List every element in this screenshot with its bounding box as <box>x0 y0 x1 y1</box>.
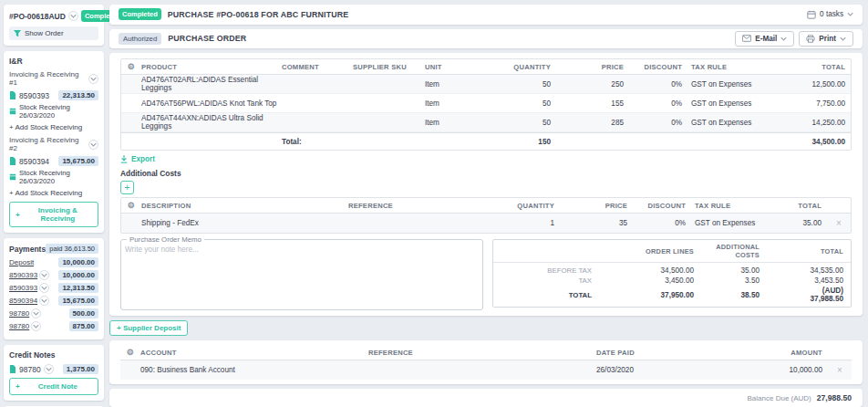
payment-amount: 12,313.50 <box>58 283 98 293</box>
discount-cell: 0% <box>629 80 682 89</box>
stock-receiving-label: Stock Receiving 26/03/2020 <box>19 169 98 185</box>
sidebar: #PO-00618AUD Completed Show Order I&R In… <box>0 0 104 407</box>
print-button[interactable]: Print <box>799 31 853 47</box>
order-number[interactable]: #PO-00618AUD <box>9 12 66 21</box>
payments-card: Payments paid 36,613.50 Deposit 10,000.0… <box>4 238 104 339</box>
table-settings-gear-icon[interactable]: ⚙ <box>121 201 141 210</box>
total-quantity: 150 <box>476 138 556 146</box>
totals-row-total: TOTAL 37,950.00 38.50 (AUD) 37,988.50 <box>493 286 851 307</box>
col-comment: COMMENT <box>282 63 353 71</box>
payment-amount: 10,000.00 <box>58 270 98 280</box>
page-title: PURCHASE #PO-00618 FOR ABC FURNITURE <box>168 10 349 19</box>
remove-row-icon[interactable]: × <box>827 218 851 228</box>
tax-rule-cell: GST on Expenses <box>682 119 782 127</box>
ir-card: I&R Invoicing & Receiving #1 8590393 22,… <box>4 51 104 233</box>
payment-link[interactable]: 8590393 <box>9 284 37 292</box>
add-stock-receiving-link[interactable]: + Add Stock Receiving <box>9 189 98 197</box>
credit-note-link[interactable]: 98780 <box>19 365 41 374</box>
tax-additional: 3.50 <box>694 277 760 285</box>
order-number-dropdown[interactable] <box>68 11 78 21</box>
grand-order-lines: 37,950.00 <box>592 291 694 299</box>
credit-note-dropdown[interactable] <box>44 364 54 374</box>
main-content: Completed PURCHASE #PO-00618 FOR ABC FUR… <box>104 0 868 407</box>
payment-dropdown[interactable] <box>31 308 41 318</box>
printer-icon <box>806 35 815 43</box>
col-amount: AMOUNT <box>742 349 828 357</box>
payment-link[interactable]: 98780 <box>9 309 29 318</box>
memo-input[interactable] <box>125 245 479 302</box>
payment-link[interactable]: 8590393 <box>9 271 37 279</box>
add-supplier-deposit-button[interactable]: + Supplier Deposit <box>109 320 188 336</box>
unit-cell: Item <box>425 80 476 89</box>
before-tax-total: 34,535.00 <box>760 266 843 275</box>
stock-receiving-link[interactable]: Stock Receiving 26/03/2020 <box>9 169 98 185</box>
add-additional-cost-button[interactable]: + <box>120 181 134 194</box>
balance-due-label: Balance Due (AUD) <box>748 394 811 402</box>
balance-due-panel: Balance Due (AUD) 27,988.50 <box>109 389 863 407</box>
remove-row-icon[interactable]: × <box>828 365 852 375</box>
ir-group-collapse[interactable] <box>88 74 98 84</box>
col-product: PRODUCT <box>141 63 282 71</box>
total-cell: 35.00 <box>786 219 827 227</box>
envelope-icon <box>742 35 751 42</box>
col-discount: DISCOUNT <box>633 202 686 210</box>
table-row[interactable]: Shipping - FedEx 1 35 0% GST on Expenses… <box>121 214 851 233</box>
payment-dropdown[interactable] <box>39 270 49 280</box>
invoice-number-link[interactable]: 8590393 <box>19 91 49 100</box>
table-row[interactable]: AD476AT02ARL:ADIDAS Essential Leggings I… <box>121 75 851 94</box>
tasks-button[interactable]: 0 tasks <box>807 10 853 19</box>
invoice-number-link[interactable]: 8590394 <box>19 157 49 166</box>
unit-cell: Item <box>425 119 476 127</box>
total-cell: 12,500.00 <box>782 80 851 89</box>
col-additional-costs: ADDITIONAL COSTS <box>694 243 760 259</box>
totals-panel: ORDER LINES ADDITIONAL COSTS TOTAL BEFOR… <box>492 239 852 308</box>
paid-total-badge: paid 36,613.50 <box>46 244 98 254</box>
ir-title: I&R <box>9 57 98 66</box>
email-button[interactable]: E-Mail <box>735 31 794 47</box>
add-stock-receiving-link[interactable]: + Add Stock Receiving <box>9 123 98 131</box>
add-invoicing-receiving-button[interactable]: + Invoicing & Receiving <box>9 202 98 227</box>
totals-row-tax: TAX 3,450.00 3.50 3,453.50 <box>493 276 851 286</box>
table-settings-gear-icon[interactable]: ⚙ <box>120 348 140 357</box>
col-price: PRICE <box>556 63 629 71</box>
payment-row: Deposit 10,000.00 <box>9 257 98 267</box>
payment-link[interactable]: 8590394 <box>9 297 37 305</box>
download-icon <box>120 155 128 163</box>
total-label: Total: <box>282 138 353 146</box>
payment-dropdown[interactable] <box>39 296 49 306</box>
payment-link[interactable]: Deposit <box>9 258 34 266</box>
table-row[interactable]: AD476AT56PWL:ADIDAS Knot Tank Top Item 5… <box>121 94 851 113</box>
col-date-paid: DATE PAID <box>596 349 742 357</box>
col-supplier-sku: SUPPLIER SKU <box>353 63 425 71</box>
table-row[interactable]: 090: Business Bank Account 26/03/2020 10… <box>120 360 852 380</box>
payment-dropdown[interactable] <box>39 283 49 293</box>
account-cell: 090: Business Bank Account <box>140 366 368 374</box>
invoice-amount: 15,675.00 <box>58 156 98 166</box>
funnel-icon <box>14 30 21 37</box>
supplier-deposit-table: ⚙ ACCOUNT REFERENCE DATE PAID AMOUNT 090… <box>120 345 852 380</box>
ir-group-collapse[interactable] <box>88 140 98 150</box>
purchase-order-page: #PO-00618AUD Completed Show Order I&R In… <box>0 0 868 407</box>
total-cell: 14,250.00 <box>782 119 851 127</box>
show-order-button[interactable]: Show Order <box>9 26 98 40</box>
export-link[interactable]: Export <box>120 155 155 163</box>
payment-link[interactable]: 98780 <box>9 322 29 330</box>
payment-amount: 500.00 <box>69 308 98 318</box>
payment-row: 8590394 15,675.00 <box>9 296 98 306</box>
table-settings-gear-icon[interactable]: ⚙ <box>121 62 141 71</box>
col-tax-rule: TAX RULE <box>686 202 786 210</box>
ir-group-label: Invoicing & Receiving #1 <box>9 70 88 87</box>
price-cell: 250 <box>556 80 629 89</box>
col-total: TOTAL <box>760 247 843 256</box>
col-reference: REFERENCE <box>368 349 596 357</box>
stock-receiving-link[interactable]: Stock Receiving 26/03/2020 <box>9 103 98 120</box>
payment-dropdown[interactable] <box>31 321 41 331</box>
chevron-down-icon <box>847 12 853 16</box>
add-credit-note-button[interactable]: + Credit Note <box>9 378 98 395</box>
invoice-doc-icon <box>9 157 16 165</box>
show-order-label: Show Order <box>25 29 64 37</box>
col-price: PRICE <box>560 202 633 210</box>
table-row[interactable]: AD476AT44AXN:ADIDAS Ultra Solid Leggings… <box>121 113 851 132</box>
product-cell: AD476AT02ARL:ADIDAS Essential Leggings <box>141 76 282 92</box>
before-tax-order-lines: 34,500.00 <box>592 266 694 275</box>
